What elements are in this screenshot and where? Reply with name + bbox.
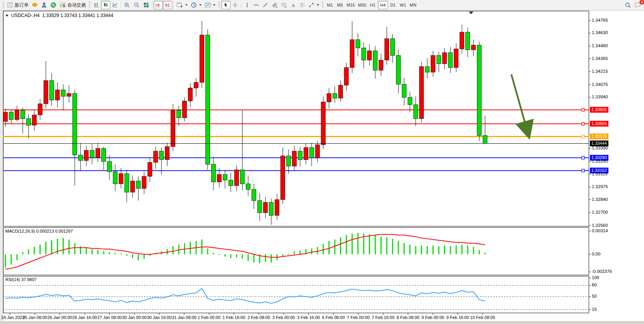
tf-button-H4[interactable]: H4 — [378, 1, 388, 9]
crosshair-tool-button[interactable] — [231, 1, 240, 9]
price-tick-label: 1.33940 — [592, 94, 608, 99]
price-tick-label: 1.34630 — [592, 30, 608, 35]
tf-button-M1[interactable]: M1 — [325, 1, 335, 9]
bottom-status-strip — [0, 321, 644, 324]
price-chart-pane[interactable] — [3, 11, 589, 226]
price-line-badge: 1.33518 — [590, 134, 608, 139]
price-tick-label: 1.33250 — [592, 159, 608, 163]
time-tick-label: 3 Feb 16:00 — [297, 315, 320, 320]
autotrading-button[interactable]: 自动交易 — [58, 1, 87, 9]
text-tool-button[interactable]: A — [289, 1, 297, 9]
navigator-button[interactable] — [39, 1, 49, 9]
time-tick-label: 8 Feb 08:00 — [396, 315, 419, 320]
text-label-icon: T — [299, 2, 305, 8]
horizontal-line-tool-button[interactable] — [251, 1, 261, 9]
new-order-button[interactable]: 新订单 — [5, 1, 30, 9]
price-tick-label: 1.34215 — [592, 69, 608, 74]
new-order-label: 新订单 — [15, 2, 29, 9]
time-tick-label: 30 Jan 00:00 — [122, 315, 147, 320]
tf-button-M30[interactable]: M30 — [356, 1, 367, 9]
time-tick-label: 2 Feb 08:00 — [248, 315, 270, 320]
tf-button-D1[interactable]: D1 — [388, 1, 398, 9]
chart-shift-button[interactable] — [163, 1, 172, 9]
rsi-indicator-pane[interactable] — [3, 276, 589, 313]
time-tick-label: 9 Feb 00:00 — [422, 315, 444, 320]
time-tick-label: 9 Feb 16:00 — [446, 315, 469, 320]
auto-scroll-icon — [155, 2, 161, 8]
price-tick-label: 1.34490 — [592, 43, 608, 48]
crosshair-icon — [232, 2, 238, 8]
tf-button-MN[interactable]: MN — [408, 1, 418, 9]
toolbar-grip[interactable] — [218, 2, 220, 9]
equidistant-channel-tool-button[interactable]: E — [270, 1, 279, 9]
svg-text:F: F — [285, 6, 287, 9]
candlestick-chart-button[interactable] — [101, 1, 110, 9]
toolbar-separator — [152, 1, 152, 9]
chat-notification-badge: 1 — [639, 0, 644, 5]
text-icon: A — [290, 2, 296, 8]
tf-button-H1[interactable]: H1 — [368, 1, 378, 9]
signals-button[interactable] — [49, 1, 58, 9]
macd-indicator-pane[interactable] — [3, 227, 589, 275]
price-tick-label: 1.32560 — [592, 223, 608, 228]
price-tick-label: 1.32840 — [592, 197, 608, 202]
rsi-axis-label: 100 — [592, 275, 599, 280]
search-button[interactable] — [623, 1, 633, 9]
price-line-badge: 1.33805 — [590, 107, 608, 113]
toolbar-separator — [241, 1, 241, 9]
arrows-tool-button[interactable] — [307, 1, 321, 9]
fibonacci-tool-button[interactable]: F — [279, 1, 289, 9]
zoom-out-button[interactable] — [132, 1, 142, 9]
time-tick-label: 7 Feb 00:00 — [347, 315, 370, 320]
cursor-tool-button[interactable] — [221, 1, 231, 9]
time-tick-label: 31 Jan 08:00 — [172, 315, 196, 320]
time-tick-label: 27 Jan 08:00 — [97, 315, 122, 320]
tile-windows-button[interactable] — [142, 1, 151, 9]
tf-button-M15[interactable]: M15 — [345, 1, 356, 9]
dropdown-caret — [185, 4, 188, 6]
tile-windows-icon — [143, 2, 149, 8]
window-left-edge — [0, 11, 3, 321]
time-tick-label: 24 Jan 2023 — [1, 315, 25, 320]
line-chart-icon — [112, 2, 118, 8]
market-watch-icon — [32, 2, 38, 8]
text-label-tool-button[interactable]: T — [297, 1, 307, 9]
templates-button[interactable] — [203, 1, 217, 9]
macd-axis-label: 0.00 — [592, 252, 600, 256]
price-tick-label: 1.33390 — [592, 146, 608, 150]
trendline-tool-button[interactable] — [261, 1, 270, 9]
horizontal-line-icon — [253, 2, 259, 8]
bar-chart-button[interactable] — [92, 1, 101, 9]
auto-scroll-button[interactable] — [154, 1, 163, 9]
new-chart-button[interactable] — [175, 1, 189, 9]
tf-button-M5[interactable]: M5 — [335, 1, 345, 9]
price-line-badge: 1.33290 — [590, 155, 608, 161]
channel-icon: E — [272, 2, 278, 8]
autotrading-label: 自动交易 — [67, 2, 86, 9]
toolbar-grip[interactable] — [322, 2, 324, 9]
time-tick-label: 1 Feb 16:00 — [222, 315, 245, 320]
price-tick-label: 1.33115 — [592, 171, 608, 176]
zoom-out-icon — [133, 2, 140, 9]
rsi-axis-label: 80 — [592, 283, 597, 287]
cursor-icon — [223, 2, 229, 8]
time-tick-label: 3 Feb 00:00 — [272, 315, 295, 320]
time-tick-label: 10 Feb 08:00 — [470, 315, 495, 320]
arrows-icon — [308, 2, 314, 8]
zoom-in-button[interactable] — [122, 1, 132, 9]
time-tick-label: 1 Feb 00:00 — [198, 315, 220, 320]
chat-button[interactable]: 1 — [633, 1, 643, 9]
template-icon — [205, 2, 211, 8]
price-line-badge: 1.33655 — [590, 121, 608, 127]
price-tick-label: 1.34765 — [592, 18, 608, 22]
svg-text:E: E — [276, 6, 277, 8]
toolbar-grip[interactable] — [89, 2, 91, 9]
line-chart-button[interactable] — [110, 1, 120, 9]
current-price-badge: 1.33444 — [590, 141, 608, 146]
vertical-line-tool-button[interactable] — [243, 1, 251, 9]
periods-button[interactable] — [189, 1, 203, 9]
tf-button-W1[interactable]: W1 — [398, 1, 408, 9]
market-watch-button[interactable] — [30, 1, 39, 9]
price-tick-label: 1.32700 — [592, 210, 608, 214]
toolbar-grip[interactable] — [2, 2, 4, 9]
